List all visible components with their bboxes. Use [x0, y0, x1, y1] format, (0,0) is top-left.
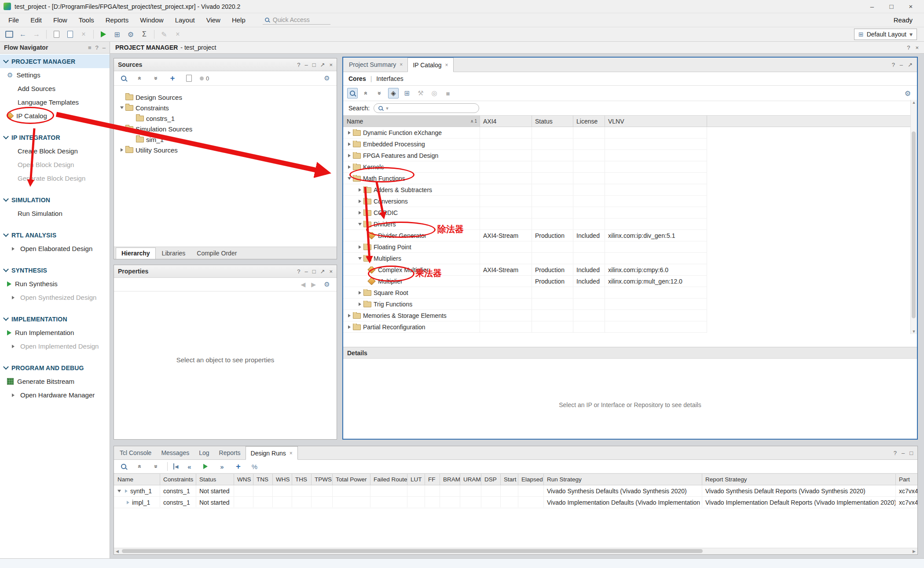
column-header[interactable]: Start	[500, 474, 518, 485]
expand-all-icon[interactable]: »	[151, 73, 161, 84]
edit-pencil-icon[interactable]: ✎	[160, 30, 168, 39]
maximize-icon[interactable]: □	[909, 450, 913, 456]
minimize-icon[interactable]: –	[304, 62, 308, 68]
vertical-scrollbar[interactable]: ▲ ▼	[910, 100, 917, 334]
column-header[interactable]: Total Power	[332, 474, 370, 485]
quick-access-search[interactable]: Quick Access	[263, 15, 330, 25]
subtab-cores[interactable]: Cores	[348, 75, 366, 82]
undo-button[interactable]: ←	[19, 30, 27, 38]
tab-reports[interactable]: Reports	[214, 446, 246, 459]
run-row-impl-1[interactable]: impl_1 constrs_1 Not started Vivado Impl…	[114, 497, 917, 508]
tree-item-sim-1[interactable]: sim_1	[114, 134, 337, 145]
settings-gear-icon[interactable]: ⚙	[902, 88, 913, 98]
run-icon[interactable]	[200, 461, 211, 472]
column-header-name[interactable]: Name ∧1	[343, 116, 480, 127]
ip-row-floating-point[interactable]: Floating Point	[343, 241, 707, 253]
redo-button[interactable]: →	[33, 30, 40, 38]
search-icon[interactable]	[118, 461, 129, 472]
column-header[interactable]: FF	[425, 474, 440, 485]
sidebar-section-implementation[interactable]: IMPLEMENTATION	[0, 312, 110, 326]
column-header[interactable]: Part	[895, 474, 917, 485]
chevron-down-icon[interactable]	[116, 490, 123, 492]
maximize-icon[interactable]: □	[312, 62, 316, 68]
message-count-badge[interactable]: 0	[200, 75, 209, 82]
sidebar-section-project-manager[interactable]: PROJECT MANAGER	[0, 55, 110, 68]
tab-project-summary[interactable]: Project Summary ×	[344, 58, 407, 72]
close-icon[interactable]: ×	[915, 44, 919, 51]
cancel-icon[interactable]: ×	[174, 30, 182, 38]
sidebar-item-add-sources[interactable]: Add Sources	[0, 82, 110, 95]
tab-libraries[interactable]: Libraries	[157, 248, 191, 259]
wrench-icon[interactable]: ⚒	[415, 88, 426, 98]
minimize-icon[interactable]: –	[900, 62, 903, 68]
chevron-right-icon[interactable]	[356, 291, 363, 295]
chevron-right-icon[interactable]	[356, 245, 363, 249]
menu-view[interactable]: View	[201, 13, 226, 27]
tab-design-runs[interactable]: Design Runs ×	[246, 446, 298, 460]
chevron-right-icon[interactable]	[346, 131, 353, 135]
sidebar-item-open-elaborated-design[interactable]: Open Elaborated Design	[0, 242, 110, 255]
tree-item-constrs-1[interactable]: constrs_1	[114, 113, 337, 124]
ip-row-memories-storage[interactable]: Memories & Storage Elements	[343, 310, 707, 321]
column-header[interactable]: Name	[114, 474, 160, 485]
sidebar-section-synthesis[interactable]: SYNTHESIS	[0, 263, 110, 277]
search-icon[interactable]	[347, 88, 358, 98]
ip-row-multiplier[interactable]: Multiplier Production Included xilinx.co…	[343, 276, 707, 287]
sidebar-item-run-simulation[interactable]: Run Simulation	[0, 207, 110, 220]
search-icon[interactable]	[118, 73, 129, 84]
column-header[interactable]: TPWS	[311, 474, 332, 485]
close-icon[interactable]: ×	[329, 62, 333, 68]
expand-all-icon[interactable]: »	[151, 461, 161, 472]
column-header[interactable]: WHS	[272, 474, 292, 485]
sidebar-item-create-block-design[interactable]: Create Block Design	[0, 144, 110, 158]
ip-row-kernels[interactable]: Kernels	[343, 161, 707, 173]
ip-row-conversions[interactable]: Conversions	[343, 196, 707, 207]
chevron-down-icon[interactable]	[118, 127, 125, 130]
chevron-down-icon[interactable]	[118, 106, 125, 109]
paste-button[interactable]	[66, 31, 74, 38]
column-header[interactable]: Failed Routes	[370, 474, 407, 485]
maximize-window-icon[interactable]: □	[882, 0, 901, 13]
help-icon[interactable]: ?	[892, 62, 895, 68]
ip-row-square-root[interactable]: Square Root	[343, 287, 707, 299]
menu-help[interactable]: Help	[226, 13, 251, 27]
delete-button[interactable]: ×	[80, 30, 88, 38]
close-icon[interactable]: ×	[329, 268, 333, 275]
stop-icon[interactable]: ■	[443, 88, 453, 98]
sidebar-item-open-synthesized-design[interactable]: Open Synthesized Design	[0, 291, 110, 304]
group-by-icon[interactable]: ◈	[388, 88, 399, 98]
menu-reports[interactable]: Reports	[100, 13, 135, 27]
sidebar-item-open-implemented-design[interactable]: Open Implemented Design	[0, 339, 110, 353]
minimize-icon[interactable]: –	[902, 450, 905, 456]
ip-search-input[interactable]: ▾	[374, 103, 479, 113]
help-icon[interactable]: ?	[907, 44, 910, 51]
tab-messages[interactable]: Messages	[156, 446, 194, 459]
layout-selector[interactable]: ⊞ Default Layout ▾	[854, 29, 917, 40]
tab-compile-order[interactable]: Compile Order	[191, 248, 242, 259]
chevron-right-icon[interactable]	[356, 302, 363, 306]
ip-row-math-functions[interactable]: Math Functions	[343, 173, 707, 184]
chevron-right-icon[interactable]	[10, 296, 17, 299]
ip-row-dividers[interactable]: Dividers	[343, 218, 707, 230]
menu-window[interactable]: Window	[134, 13, 169, 27]
chevron-right-icon[interactable]	[346, 165, 353, 169]
ip-row-embedded-processing[interactable]: Embedded Processing	[343, 138, 707, 150]
chevron-down-icon[interactable]	[356, 223, 363, 226]
column-header-license[interactable]: License	[573, 116, 605, 127]
minimize-icon[interactable]: –	[304, 268, 308, 275]
sum-button[interactable]: Σ	[140, 30, 148, 38]
sources-panel-header[interactable]: Sources ? – □ ↗ ×	[114, 58, 337, 71]
column-header[interactable]: LUT	[407, 474, 425, 485]
tab-log[interactable]: Log	[194, 446, 214, 459]
column-header[interactable]: BRAM	[440, 474, 460, 485]
ip-row-trig-functions[interactable]: Trig Functions	[343, 299, 707, 310]
horizontal-scrollbar[interactable]: ◀ ▶	[114, 548, 917, 554]
scroll-left-icon[interactable]: ◀	[116, 548, 119, 554]
tree-item-constraints[interactable]: Constraints	[114, 102, 337, 113]
run-row-synth-1[interactable]: synth_1 constrs_1 Not started Vivado Syn…	[114, 485, 917, 497]
tree-item-utility-sources[interactable]: Utility Sources	[114, 145, 337, 155]
ip-row-complex-multiplier[interactable]: Complex Multiplier AXI4-Stream Productio…	[343, 264, 707, 276]
column-header-vlnv[interactable]: VLNV	[605, 116, 707, 127]
float-icon[interactable]: ↗	[320, 62, 325, 68]
settings-gear-icon[interactable]: ⚙	[127, 30, 135, 39]
